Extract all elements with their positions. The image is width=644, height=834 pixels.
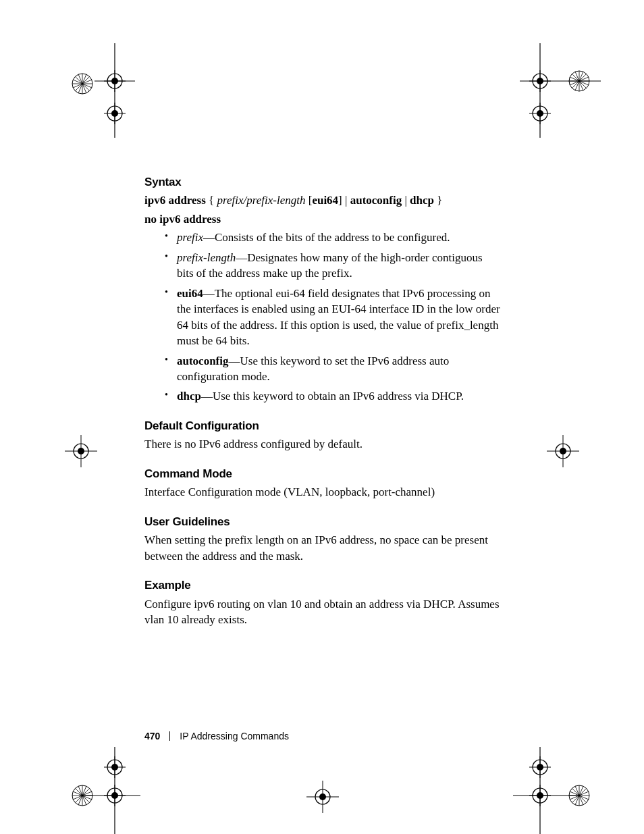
svg-point-42 <box>556 444 570 459</box>
body-default-config: There is no IPv6 address configured by d… <box>144 436 501 452</box>
svg-point-22 <box>537 78 543 84</box>
svg-line-63 <box>78 786 86 805</box>
param-item: prefix—Consists of the bits of the addre… <box>165 230 501 245</box>
svg-point-26 <box>537 110 543 117</box>
heading-example: Example <box>144 577 501 593</box>
svg-line-36 <box>575 72 583 90</box>
page-footer: 470 IP Addressing Commands <box>144 731 289 741</box>
svg-line-83 <box>572 788 587 803</box>
heading-command-mode: Command Mode <box>144 466 501 481</box>
footer-chapter: IP Addressing Commands <box>180 731 289 741</box>
crop-mark-icon <box>61 431 101 471</box>
svg-point-21 <box>533 74 547 88</box>
svg-point-53 <box>111 792 118 799</box>
param-item: prefix-length—Designates how many of the… <box>165 250 501 282</box>
svg-point-16 <box>111 110 118 117</box>
svg-point-65 <box>315 789 330 804</box>
svg-point-72 <box>537 764 543 771</box>
param-item: dhcp—Use this keyword to obtain an IPv6 … <box>165 388 501 404</box>
svg-line-59 <box>75 788 90 803</box>
syntax-no-command: no ipv6 address <box>144 211 501 227</box>
svg-line-33 <box>572 74 587 88</box>
svg-point-79 <box>569 785 589 806</box>
svg-point-56 <box>72 785 92 806</box>
body-command-mode: Interface Configuration mode (VLAN, loop… <box>144 484 501 500</box>
svg-point-29 <box>569 71 589 91</box>
svg-line-3 <box>75 76 90 91</box>
svg-line-62 <box>73 791 92 800</box>
svg-point-66 <box>319 793 326 800</box>
svg-line-34 <box>570 77 589 85</box>
svg-point-76 <box>537 792 543 799</box>
svg-point-12 <box>111 78 118 84</box>
section-command-mode: Command Mode Interface Configuration mod… <box>144 466 501 500</box>
crop-mark-icon <box>53 54 127 128</box>
param-list: prefix—Consists of the bits of the addre… <box>144 230 501 405</box>
svg-line-84 <box>570 791 589 800</box>
svg-line-61 <box>73 791 92 800</box>
crop-mark-icon <box>543 431 583 471</box>
heading-syntax: Syntax <box>144 174 501 190</box>
svg-line-32 <box>572 74 587 88</box>
svg-line-85 <box>570 791 589 800</box>
body-example: Configure ipv6 routing on vlan 10 and ob… <box>144 596 501 628</box>
svg-point-43 <box>560 448 566 454</box>
svg-line-60 <box>75 788 90 803</box>
page-number: 470 <box>144 731 160 741</box>
svg-line-5 <box>73 80 92 88</box>
svg-point-48 <box>107 760 122 775</box>
svg-point-75 <box>533 788 547 803</box>
svg-line-37 <box>575 72 583 90</box>
svg-line-6 <box>73 80 92 88</box>
svg-line-4 <box>75 76 90 91</box>
page-body: Syntax ipv6 address { prefix/prefix-leng… <box>144 174 501 627</box>
svg-point-15 <box>107 106 122 121</box>
svg-point-11 <box>107 74 122 88</box>
section-default-config: Default Configuration There is no IPv6 a… <box>144 418 501 452</box>
section-user-guidelines: User Guidelines When setting the prefix … <box>144 514 501 564</box>
svg-point-39 <box>78 448 84 454</box>
svg-point-49 <box>111 764 118 771</box>
svg-point-71 <box>533 760 547 775</box>
svg-line-87 <box>575 786 583 805</box>
crop-mark-icon <box>53 747 154 834</box>
svg-point-52 <box>107 788 122 803</box>
svg-line-35 <box>570 77 589 85</box>
heading-default-config: Default Configuration <box>144 418 501 434</box>
svg-point-0 <box>72 74 92 94</box>
section-syntax: Syntax ipv6 address { prefix/prefix-leng… <box>144 174 501 405</box>
svg-line-82 <box>572 788 587 803</box>
svg-line-7 <box>78 74 86 93</box>
param-item: eui64—The optional eui-64 field designat… <box>165 286 501 349</box>
footer-divider <box>169 731 170 741</box>
crop-mark-icon <box>302 777 343 817</box>
svg-point-38 <box>74 444 88 459</box>
svg-line-8 <box>78 74 86 93</box>
heading-user-guidelines: User Guidelines <box>144 514 501 529</box>
crop-mark-icon <box>95 43 149 138</box>
body-user-guidelines: When setting the prefix length on an IPv… <box>144 532 501 564</box>
syntax-command-line: ipv6 address { prefix/prefix-length [eui… <box>144 192 501 208</box>
svg-line-64 <box>78 786 86 805</box>
param-item: autoconfig—Use this keyword to set the I… <box>165 353 501 385</box>
svg-point-25 <box>533 106 547 121</box>
crop-mark-icon <box>493 747 608 834</box>
section-example: Example Configure ipv6 routing on vlan 1… <box>144 577 501 627</box>
crop-mark-icon <box>500 43 601 138</box>
svg-line-86 <box>575 786 583 805</box>
